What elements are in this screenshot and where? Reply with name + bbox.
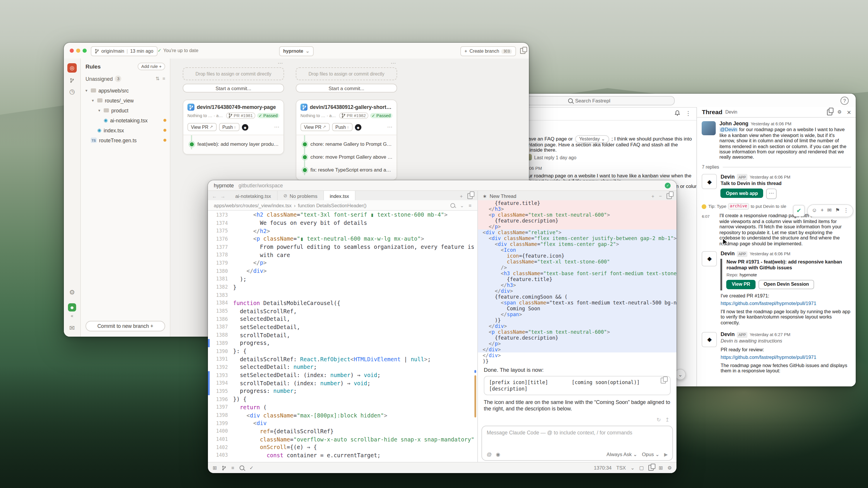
code-line[interactable]: 1383 [208, 291, 477, 299]
code-line[interactable]: 1381 ); [208, 275, 477, 283]
lane-menu-button[interactable]: ⋯ [183, 61, 284, 67]
diagnostics-indicator[interactable]: ⊘No problems [278, 191, 324, 201]
code-line[interactable]: 1398 <div className="max-[800px]:block h… [208, 411, 477, 419]
branch-menu-button[interactable]: ⋯ [387, 124, 393, 130]
breadcrumb[interactable]: apps/web/src/routes/_view/index.tsx › fu… [208, 200, 477, 211]
assistant-tab-label[interactable]: New Thread [490, 193, 516, 199]
search-icon[interactable] [240, 465, 244, 470]
more-icon[interactable]: ⋮ [685, 110, 691, 117]
mention[interactable]: @Devin [719, 127, 738, 133]
new-tab-icon[interactable]: + [460, 193, 463, 199]
check-reaction-button[interactable]: ✔ [793, 205, 805, 217]
open-devin-session-button[interactable]: Open Devin Session [758, 280, 814, 289]
settings-gear-icon[interactable]: ⚙ [668, 465, 672, 471]
devin-avatar[interactable]: ◆ [702, 251, 717, 266]
minimize-button[interactable] [76, 48, 80, 53]
help-icon[interactable]: ? [840, 97, 849, 105]
ci-status-badge[interactable]: ✓ Passed [370, 113, 393, 118]
tab-ai-notetaking[interactable]: ai-notetaking.tsx [229, 191, 278, 201]
timestamp[interactable]: Yesterday at 6:06 PM [750, 252, 790, 257]
file-tree-item[interactable]: ◉ai-notetaking.tsx [81, 115, 170, 125]
nav-forward-icon[interactable]: → [220, 193, 225, 199]
code-line[interactable]: 1377 From powerful editing to seamless o… [208, 243, 477, 251]
file-tree-item[interactable]: TSrouteTree.gen.ts [81, 135, 170, 145]
lane-dropzone[interactable]: Drop files to assign or commit directly [183, 67, 284, 80]
terminal-panel-icon[interactable]: ▢ [639, 465, 644, 471]
more-actions-icon[interactable]: ⋮ [843, 208, 849, 214]
timestamp[interactable]: Yesterday at 6:27 PM [750, 332, 790, 338]
lane-menu-button[interactable]: ⋯ [296, 61, 397, 67]
diagnostics-ok-icon[interactable]: ✓ [249, 465, 254, 471]
pr-link[interactable]: https://github.com/fastrepl/hyprnote/pul… [721, 355, 851, 360]
model-select[interactable]: Opus ⌄ [642, 451, 659, 457]
file-tree-item[interactable]: ▾routes/_view [81, 95, 170, 105]
code-line[interactable]: 1394 scrollToDetail: (index: number) ⇒ v… [208, 379, 477, 387]
view-pr-button[interactable]: View PR [726, 280, 755, 289]
add-rule-button[interactable]: Add rule + [137, 63, 165, 70]
branch-name[interactable]: devin/1764380912-gallery-shortcuts [310, 104, 393, 110]
commit-item[interactable]: feat(web): add memory layer product page [183, 138, 283, 151]
assistant-message-input[interactable]: Message Claude Code — @ to include conte… [482, 426, 673, 461]
chevron-down-icon[interactable]: ⌄ [630, 465, 634, 471]
view-pr-button[interactable]: View PR ↗ [187, 123, 216, 131]
code-line[interactable]: 1393 setSelectedDetail: (index: number) … [208, 371, 477, 379]
cursor-position[interactable]: 1370:34 [594, 465, 612, 471]
timestamp[interactable]: Yesterday at 6:06 PM [750, 174, 790, 180]
unassigned-section-header[interactable]: Unassigned 3 ⇅≡ [81, 73, 170, 84]
code-line[interactable]: 1403 const container = e.currentTarget; [208, 451, 477, 459]
sort-icon[interactable]: ⇅ [155, 76, 159, 82]
file-tree-item[interactable]: ▾apps/web/src [81, 86, 170, 95]
project-select[interactable]: hyprnote ⌄ [279, 46, 314, 56]
code-line[interactable]: 1376 <p className="▮ text-neutral-600 ma… [208, 235, 477, 243]
code-line[interactable]: 1380 </div> [208, 267, 477, 275]
sender-name[interactable]: John Jeong [719, 121, 748, 127]
pr-link[interactable]: https://github.com/fastrepl/hyprnote/pul… [721, 301, 851, 307]
code-line[interactable]: 1389 progress, [208, 339, 477, 347]
code-line[interactable]: 1387 setSelectedDetail, [208, 323, 477, 331]
add-reaction-icon[interactable]: + [820, 208, 824, 214]
close-icon[interactable]: × [847, 109, 851, 115]
origin-branch-pill[interactable]: origin/main | 13 min ago [91, 46, 158, 56]
code-line[interactable]: 1384function DetailsMobileCarousel({ [208, 299, 477, 307]
list-view-icon[interactable]: ≡ [162, 76, 165, 82]
send-button[interactable]: ▶ [664, 452, 668, 457]
thread-settings-icon[interactable]: ⚙ [837, 109, 842, 115]
code-line[interactable]: 1385 detailsScrollRef, [208, 307, 477, 315]
timestamp[interactable]: Yesterday at 6:06 PM [750, 121, 791, 127]
code-line[interactable]: 1390}: { [208, 347, 477, 355]
thread-history-icon[interactable]: − [659, 193, 662, 199]
commit-item[interactable]: chore: rename Gallery to Prompt Gallery … [297, 138, 397, 151]
commit-item[interactable]: fix: resolve TypeScript errors and add r… [297, 163, 397, 176]
code-line[interactable]: 1397 return ( [208, 403, 477, 411]
mention-icon[interactable]: @ [487, 451, 492, 457]
project-panel-icon[interactable]: ⊞ [213, 465, 217, 471]
copy-icon[interactable] [661, 378, 666, 384]
commit-to-new-branch-button[interactable]: Commit to new branch + [86, 321, 165, 331]
code-line[interactable]: 1378 with care [208, 251, 477, 259]
code-line[interactable]: 1373 <h2 className="text-3xl font-serif … [208, 211, 477, 219]
search-icon[interactable] [451, 203, 455, 207]
code-editor[interactable]: 1373 <h2 className="text-3xl font-serif … [208, 211, 477, 462]
pr-badge[interactable]: PR #1982 [339, 112, 368, 119]
retry-icon[interactable]: ↻ [657, 417, 661, 423]
branches-icon[interactable] [70, 76, 74, 83]
open-web-app-button[interactable]: Open web app [721, 189, 763, 198]
attach-image-icon[interactable]: ◉ [496, 451, 500, 457]
sender-name[interactable]: Devin [721, 332, 735, 338]
code-line[interactable]: 1395 progress: number; [208, 387, 477, 395]
share-icon[interactable]: ✉ [827, 208, 832, 214]
code-line[interactable]: 1402 onScroll={(e) ⇒ { [208, 443, 477, 451]
workspace-icon[interactable]: ◎ [67, 63, 77, 73]
branch-name[interactable]: devin/1764380749-memory-page [197, 104, 276, 110]
emoji-reaction-icon[interactable]: ☺ [812, 208, 817, 214]
code-line[interactable]: 1392 selectedDetail: number; [208, 363, 477, 371]
push-button[interactable]: Push ↑ [332, 123, 352, 131]
close-button[interactable] [70, 48, 74, 53]
nav-back-icon[interactable]: ← [212, 193, 217, 199]
outline-list-icon[interactable]: ≡ [231, 465, 234, 471]
chevron-down-icon[interactable]: ⌄ [460, 202, 464, 208]
tab-index-tsx[interactable]: index.tsx [324, 191, 355, 201]
right-dock-icon[interactable] [649, 465, 654, 471]
devin-avatar[interactable]: ◆ [702, 332, 717, 347]
branch-menu-button[interactable]: ⋯ [274, 124, 279, 130]
